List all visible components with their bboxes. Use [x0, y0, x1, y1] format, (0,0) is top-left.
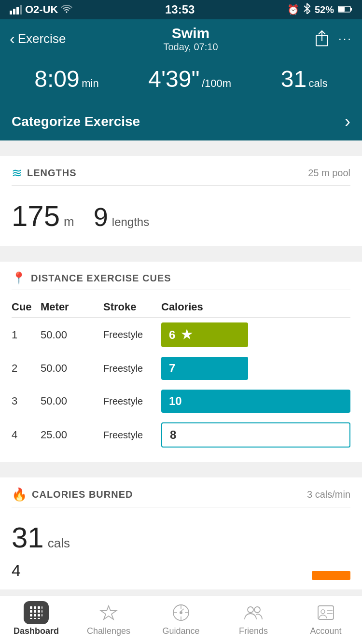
cue-stroke-2: Freestyle: [103, 385, 161, 418]
battery-label: 52%: [315, 4, 334, 15]
cue-meter-1: 50.00: [41, 352, 103, 385]
calories-extra-row: 4: [12, 558, 350, 580]
share-button[interactable]: [313, 29, 331, 48]
divider3: [0, 470, 362, 477]
cue-row-0[interactable]: 150.00Freestyle6★: [12, 318, 350, 352]
categorize-chevron: ›: [345, 112, 350, 132]
challenges-label: Challenges: [87, 626, 130, 636]
lengths-count-label: lengths: [112, 215, 149, 229]
nav-account[interactable]: Account: [290, 601, 362, 636]
svg-point-22: [180, 611, 182, 614]
cue-stroke-3: Freestyle: [103, 418, 161, 452]
back-label: Exercise: [18, 31, 66, 46]
svg-rect-10: [34, 610, 36, 613]
categorize-label: Categorize Exercise: [12, 114, 140, 129]
cues-section: 📍 DISTANCE EXERCISE CUES Cue Meter Strok…: [0, 262, 362, 462]
divider2: [0, 254, 362, 262]
cue-num-0: 1: [12, 318, 41, 352]
cue-meter-3: 25.00: [41, 418, 103, 452]
cue-num-3: 4: [12, 418, 41, 452]
svg-rect-2: [350, 8, 352, 11]
calories-total: 31 cals: [12, 513, 350, 558]
dashboard-label: Dashboard: [14, 626, 59, 636]
lengths-distance-unit: m: [64, 214, 74, 229]
lengths-title: LENGTHS: [27, 168, 77, 179]
cue-row-1[interactable]: 250.00Freestyle7: [12, 352, 350, 385]
cue-row-2[interactable]: 350.00Freestyle10: [12, 385, 350, 418]
cue-stroke-0: Freestyle: [103, 318, 161, 352]
svg-rect-19: [38, 618, 40, 619]
svg-point-31: [321, 610, 325, 614]
cue-num-1: 2: [12, 352, 41, 385]
calories-value: 31: [281, 66, 306, 92]
lengths-title-row: ≋ LENGTHS: [12, 166, 77, 181]
col-stroke: Stroke: [103, 296, 161, 318]
challenges-icon: [96, 601, 121, 624]
cues-table: Cue Meter Stroke Calories 150.00Freestyl…: [12, 296, 350, 452]
back-button[interactable]: ‹ Exercise: [10, 30, 87, 48]
friends-label: Friends: [239, 626, 268, 636]
svg-rect-15: [38, 614, 40, 616]
svg-line-27: [181, 609, 184, 611]
status-right: ⏰ 52%: [287, 3, 352, 16]
calories-total-unit: cals: [48, 536, 70, 551]
cue-meter-0: 50.00: [41, 318, 103, 352]
calories-section: 🔥 CALORIES BURNED 3 cals/min 31 cals 4: [0, 477, 362, 589]
svg-rect-13: [30, 614, 32, 616]
pace-unit: /100m: [202, 77, 231, 89]
cue-calories-2[interactable]: 10: [161, 385, 350, 418]
workout-title: Swim: [87, 25, 294, 42]
divider: [0, 148, 362, 156]
svg-rect-5: [30, 606, 32, 609]
svg-rect-14: [34, 614, 36, 616]
duration-metric: 8:09 min: [34, 66, 98, 92]
categorize-button[interactable]: Categorize Exercise ›: [0, 103, 362, 140]
pace-metric: 4'39" /100m: [148, 66, 231, 92]
svg-rect-11: [38, 610, 40, 613]
svg-point-28: [248, 607, 253, 613]
cue-calories-1[interactable]: 7: [161, 352, 350, 385]
cue-num-2: 3: [12, 385, 41, 418]
calories-unit: cals: [309, 77, 328, 89]
status-bar: O2-UK 13:53 ⏰ 52%: [0, 0, 362, 19]
lengths-distance: 175 m: [12, 199, 74, 233]
bottom-nav: Dashboard Challenges Guidance: [0, 596, 362, 644]
cues-title-row: 📍 DISTANCE EXERCISE CUES: [12, 271, 171, 285]
status-left: O2-UK: [10, 3, 72, 16]
header: ‹ Exercise Swim Today, 07:10 ···: [0, 19, 362, 58]
header-center: Swim Today, 07:10: [87, 25, 294, 53]
svg-marker-20: [101, 606, 116, 619]
friends-icon: [241, 601, 266, 624]
calories-metric: 31 cals: [281, 66, 328, 92]
cue-bar-2: 10: [161, 390, 350, 413]
nav-dashboard[interactable]: Dashboard: [0, 601, 72, 636]
pin-icon: 📍: [12, 271, 26, 285]
cue-calories-3[interactable]: 8: [161, 418, 350, 452]
nav-guidance[interactable]: Guidance: [145, 601, 217, 636]
account-icon: [313, 601, 338, 624]
nav-friends[interactable]: Friends: [217, 601, 290, 636]
lengths-data: 175 m 9 lengths: [12, 192, 350, 237]
account-label: Account: [310, 626, 341, 636]
cue-row-3[interactable]: 425.00Freestyle8: [12, 418, 350, 452]
cues-header: 📍 DISTANCE EXERCISE CUES: [12, 271, 350, 290]
wifi-icon: [61, 3, 72, 16]
col-calories: Calories: [161, 296, 350, 318]
pool-size: 25 m pool: [308, 168, 350, 179]
lengths-header: ≋ LENGTHS 25 m pool: [12, 166, 350, 186]
cue-calories-0[interactable]: 6★: [161, 318, 350, 352]
metrics-bar: 8:09 min 4'39" /100m 31 cals: [0, 58, 362, 103]
more-button[interactable]: ···: [338, 32, 352, 45]
nav-challenges[interactable]: Challenges: [72, 601, 145, 636]
svg-rect-7: [38, 606, 40, 609]
svg-rect-18: [34, 618, 36, 619]
svg-rect-8: [42, 606, 42, 609]
header-actions: ···: [294, 29, 352, 48]
svg-rect-30: [318, 606, 334, 619]
workout-subtitle: Today, 07:10: [87, 42, 294, 53]
col-meter: Meter: [41, 296, 103, 318]
cue-bar-3: 8: [161, 422, 350, 448]
duration-unit: min: [82, 77, 98, 89]
guidance-icon: [168, 601, 194, 624]
svg-rect-17: [30, 618, 32, 619]
